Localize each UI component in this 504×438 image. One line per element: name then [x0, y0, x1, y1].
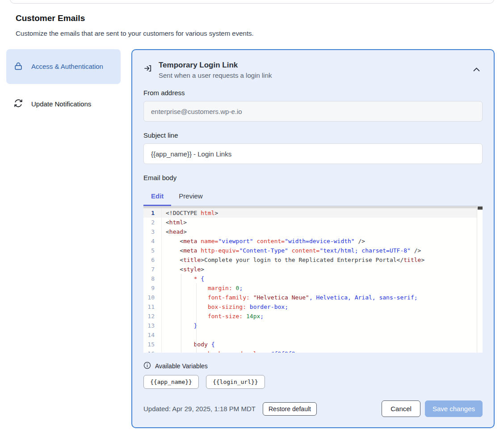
email-body-code-editor[interactable]: 1<!DOCTYPE html>2<html>3<head>4 <meta na…	[143, 206, 483, 353]
line-content	[160, 330, 166, 340]
panel-header-text: Temporary Login Link Sent when a user re…	[159, 61, 272, 79]
line-number: 1	[143, 208, 160, 218]
restore-default-button[interactable]: Restore default	[263, 402, 317, 416]
line-number: 14	[143, 330, 160, 340]
code-line[interactable]: 10 font-family: "Helvetica Neue", Helvet…	[143, 293, 477, 302]
sidebar-item-label: Access & Authentication	[31, 61, 103, 72]
code-line[interactable]: 6 <title>Complete your login to the Repl…	[143, 255, 477, 265]
variable-chip[interactable]: {{login_url}}	[206, 375, 265, 389]
line-number: 13	[143, 321, 160, 330]
line-content: <style>	[160, 265, 204, 274]
line-content: <meta name="viewport" content="width=dev…	[160, 236, 365, 246]
panel-footer: Updated: Apr 29, 2025, 1:18 PM MDT Resto…	[143, 400, 483, 417]
subject-line-input[interactable]	[143, 143, 483, 164]
line-content: }	[160, 321, 197, 330]
line-number: 11	[143, 302, 160, 312]
email-body-label: Email body	[143, 174, 483, 181]
code-line[interactable]: 11 box-sizing: border-box;	[143, 302, 477, 312]
code-line[interactable]: 9 margin: 0;	[143, 283, 477, 293]
code-line[interactable]: 16 background-color: #f8f8f8;	[143, 349, 477, 353]
updated-timestamp: Updated: Apr 29, 2025, 1:18 PM MDT	[143, 405, 256, 413]
info-icon	[143, 362, 151, 371]
line-number: 10	[143, 293, 160, 302]
line-number: 2	[143, 218, 160, 227]
cancel-button[interactable]: Cancel	[382, 400, 420, 417]
indent-guide	[196, 283, 197, 353]
line-content: <html>	[160, 218, 187, 227]
panel-subtitle: Sent when a user requests a login link	[159, 72, 272, 79]
variable-chips: {{app_name}}{{login_url}}	[143, 375, 483, 389]
code-line[interactable]: 8 * {	[143, 274, 477, 283]
code-line[interactable]: 13 }	[143, 321, 477, 330]
sidebar-item-update-notifications[interactable]: Update Notifications	[6, 92, 121, 116]
page-title: Customer Emails	[16, 13, 85, 23]
line-content: box-sizing: border-box;	[160, 302, 288, 312]
code-line[interactable]: 5 <meta http-equiv="Content-Type" conten…	[143, 246, 477, 255]
line-content: background-color: #f8f8f8;	[160, 349, 298, 353]
line-number: 16	[143, 349, 160, 353]
code-line[interactable]: 3<head>	[143, 227, 477, 236]
save-changes-button[interactable]: Save changes	[425, 400, 483, 417]
subject-line-label: Subject line	[143, 131, 483, 139]
available-variables-label: Available Variables	[155, 362, 208, 370]
line-content: body {	[160, 340, 215, 349]
temporary-login-link-panel: Temporary Login Link Sent when a user re…	[131, 49, 495, 428]
available-variables-header: Available Variables	[143, 362, 483, 371]
line-number: 4	[143, 236, 160, 246]
settings-page: Customer Emails Customize the emails tha…	[0, 0, 504, 438]
line-number: 5	[143, 246, 160, 255]
indent-guide	[181, 274, 181, 353]
tab-preview[interactable]: Preview	[171, 188, 210, 206]
panel-header: Temporary Login Link Sent when a user re…	[143, 61, 483, 79]
editor-top-strip	[143, 206, 477, 208]
sidebar-item-access-authentication[interactable]: Access & Authentication	[6, 49, 121, 84]
collapse-button[interactable]	[470, 63, 483, 76]
line-content: <title>Complete your login to the Replic…	[160, 255, 424, 265]
line-content: margin: 0;	[160, 283, 243, 293]
chevron-up-icon	[473, 66, 480, 73]
line-number: 9	[143, 283, 160, 293]
line-content: font-family: "Helvetica Neue", Helvetica…	[160, 293, 418, 302]
email-body-tabbar: EditPreview	[143, 188, 483, 206]
login-link-icon	[143, 64, 152, 75]
editor-vertical-scrollbar[interactable]	[477, 206, 483, 353]
line-content: <head>	[160, 227, 187, 236]
line-content: <meta http-equiv="Content-Type" content=…	[160, 246, 421, 255]
previous-card-edge	[10, 0, 494, 4]
lock-icon	[13, 61, 23, 72]
email-types-sidebar: Access & Authentication Update Notificat…	[6, 49, 121, 116]
code-lines: 1<!DOCTYPE html>2<html>3<head>4 <meta na…	[143, 208, 477, 353]
code-line[interactable]: 14	[143, 330, 477, 340]
gutter-separator	[161, 208, 162, 353]
line-content: <!DOCTYPE html>	[160, 208, 218, 218]
code-line[interactable]: 1<!DOCTYPE html>	[143, 208, 477, 218]
tab-edit[interactable]: Edit	[143, 188, 171, 206]
scrollbar-thumb[interactable]	[478, 206, 483, 210]
page-description: Customize the emails that are sent to yo…	[16, 29, 254, 37]
line-number: 3	[143, 227, 160, 236]
line-content: * {	[160, 274, 204, 283]
refresh-icon	[13, 98, 23, 110]
code-line[interactable]: 4 <meta name="viewport" content="width=d…	[143, 236, 477, 246]
line-number: 15	[143, 340, 160, 349]
from-address-label: From address	[143, 89, 483, 97]
from-address-input[interactable]	[143, 101, 483, 122]
code-line[interactable]: 12 font-size: 14px;	[143, 312, 477, 321]
code-line[interactable]: 15 body {	[143, 340, 477, 349]
sidebar-item-label: Update Notifications	[31, 99, 91, 110]
line-number: 8	[143, 274, 160, 283]
variable-chip[interactable]: {{app_name}}	[143, 375, 199, 389]
line-number: 7	[143, 265, 160, 274]
code-line[interactable]: 7 <style>	[143, 265, 477, 274]
line-number: 6	[143, 255, 160, 265]
line-content: font-size: 14px;	[160, 312, 264, 321]
code-line[interactable]: 2<html>	[143, 218, 477, 227]
panel-title: Temporary Login Link	[159, 61, 272, 70]
line-number: 12	[143, 312, 160, 321]
